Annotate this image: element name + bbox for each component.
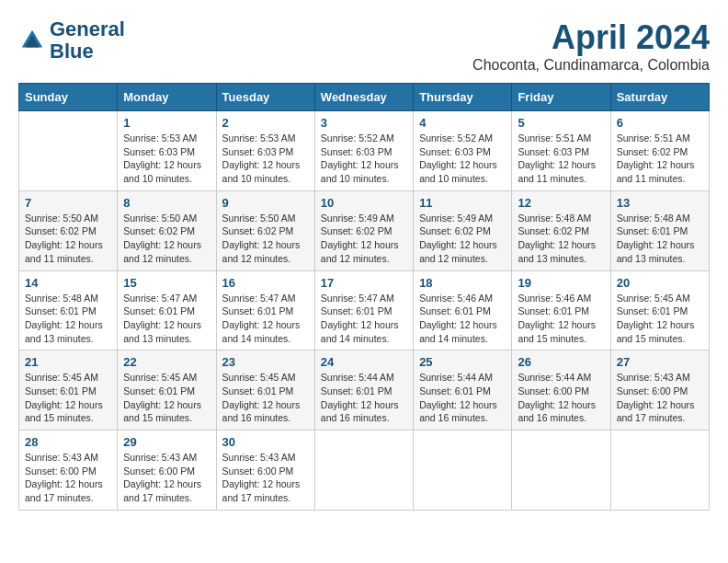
day-cell — [512, 431, 610, 511]
day-cell: 16Sunrise: 5:47 AM Sunset: 6:01 PM Dayli… — [216, 270, 314, 350]
week-row-5: 28Sunrise: 5:43 AM Sunset: 6:00 PM Dayli… — [19, 431, 710, 511]
day-cell — [610, 431, 709, 511]
day-number: 11 — [419, 196, 506, 210]
day-number: 4 — [419, 116, 506, 130]
day-number: 29 — [123, 435, 210, 449]
day-cell: 23Sunrise: 5:45 AM Sunset: 6:01 PM Dayli… — [216, 350, 314, 431]
day-info: Sunrise: 5:49 AM Sunset: 6:02 PM Dayligh… — [419, 212, 506, 266]
day-info: Sunrise: 5:50 AM Sunset: 6:02 PM Dayligh… — [25, 212, 111, 266]
week-row-3: 14Sunrise: 5:48 AM Sunset: 6:01 PM Dayli… — [19, 270, 710, 350]
day-number: 26 — [518, 355, 604, 369]
day-number: 13 — [617, 196, 703, 210]
header-cell-saturday: Saturday — [610, 84, 709, 111]
day-number: 10 — [321, 196, 407, 210]
day-number: 12 — [518, 196, 604, 210]
header-cell-thursday: Thursday — [414, 84, 512, 111]
page-header: General Blue April 2024 Choconta, Cundin… — [18, 18, 710, 74]
header-cell-wednesday: Wednesday — [314, 84, 413, 111]
week-row-2: 7Sunrise: 5:50 AM Sunset: 6:02 PM Daylig… — [19, 190, 710, 270]
day-number: 18 — [419, 276, 506, 290]
header-cell-tuesday: Tuesday — [216, 84, 314, 111]
day-info: Sunrise: 5:44 AM Sunset: 6:01 PM Dayligh… — [321, 371, 407, 425]
day-info: Sunrise: 5:49 AM Sunset: 6:02 PM Dayligh… — [321, 212, 407, 266]
day-info: Sunrise: 5:53 AM Sunset: 6:03 PM Dayligh… — [123, 132, 210, 186]
day-number: 20 — [617, 276, 703, 290]
month-title: April 2024 — [472, 18, 710, 57]
location-subtitle: Choconta, Cundinamarca, Colombia — [472, 57, 710, 74]
day-cell: 4Sunrise: 5:52 AM Sunset: 6:03 PM Daylig… — [414, 111, 512, 191]
day-cell: 25Sunrise: 5:44 AM Sunset: 6:01 PM Dayli… — [414, 350, 512, 431]
logo-text: General Blue — [50, 18, 125, 63]
day-cell: 24Sunrise: 5:44 AM Sunset: 6:01 PM Dayli… — [314, 350, 413, 431]
day-cell: 18Sunrise: 5:46 AM Sunset: 6:01 PM Dayli… — [414, 270, 512, 350]
title-block: April 2024 Choconta, Cundinamarca, Colom… — [472, 18, 710, 74]
day-info: Sunrise: 5:51 AM Sunset: 6:03 PM Dayligh… — [518, 132, 604, 186]
day-cell: 8Sunrise: 5:50 AM Sunset: 6:02 PM Daylig… — [118, 190, 216, 270]
day-number: 27 — [617, 355, 703, 369]
header-cell-sunday: Sunday — [19, 84, 118, 111]
day-cell: 9Sunrise: 5:50 AM Sunset: 6:02 PM Daylig… — [216, 190, 314, 270]
day-number: 15 — [123, 276, 210, 290]
week-row-1: 1Sunrise: 5:53 AM Sunset: 6:03 PM Daylig… — [19, 111, 710, 191]
day-info: Sunrise: 5:45 AM Sunset: 6:01 PM Dayligh… — [123, 371, 210, 425]
day-cell: 12Sunrise: 5:48 AM Sunset: 6:02 PM Dayli… — [512, 190, 610, 270]
day-info: Sunrise: 5:53 AM Sunset: 6:03 PM Dayligh… — [222, 132, 309, 186]
day-number: 30 — [222, 435, 309, 449]
day-info: Sunrise: 5:52 AM Sunset: 6:03 PM Dayligh… — [419, 132, 506, 186]
day-cell: 29Sunrise: 5:43 AM Sunset: 6:00 PM Dayli… — [118, 431, 216, 511]
day-cell: 13Sunrise: 5:48 AM Sunset: 6:01 PM Dayli… — [610, 190, 709, 270]
day-cell: 10Sunrise: 5:49 AM Sunset: 6:02 PM Dayli… — [314, 190, 413, 270]
day-info: Sunrise: 5:47 AM Sunset: 6:01 PM Dayligh… — [321, 292, 407, 346]
day-cell: 21Sunrise: 5:45 AM Sunset: 6:01 PM Dayli… — [19, 350, 118, 431]
day-info: Sunrise: 5:47 AM Sunset: 6:01 PM Dayligh… — [123, 292, 210, 346]
day-cell — [19, 111, 118, 191]
day-number: 19 — [518, 276, 604, 290]
day-info: Sunrise: 5:45 AM Sunset: 6:01 PM Dayligh… — [222, 371, 309, 425]
day-number: 22 — [123, 355, 210, 369]
day-cell: 2Sunrise: 5:53 AM Sunset: 6:03 PM Daylig… — [216, 111, 314, 191]
header-cell-monday: Monday — [118, 84, 216, 111]
day-cell — [314, 431, 413, 511]
logo-line2: Blue — [50, 40, 125, 63]
day-cell: 1Sunrise: 5:53 AM Sunset: 6:03 PM Daylig… — [118, 111, 216, 191]
day-cell: 28Sunrise: 5:43 AM Sunset: 6:00 PM Dayli… — [19, 431, 118, 511]
day-info: Sunrise: 5:45 AM Sunset: 6:01 PM Dayligh… — [617, 292, 703, 346]
day-number: 8 — [123, 196, 210, 210]
day-cell: 17Sunrise: 5:47 AM Sunset: 6:01 PM Dayli… — [314, 270, 413, 350]
day-number: 9 — [222, 196, 309, 210]
day-cell: 27Sunrise: 5:43 AM Sunset: 6:00 PM Dayli… — [610, 350, 709, 431]
day-info: Sunrise: 5:50 AM Sunset: 6:02 PM Dayligh… — [222, 212, 309, 266]
day-cell: 3Sunrise: 5:52 AM Sunset: 6:03 PM Daylig… — [314, 111, 413, 191]
day-info: Sunrise: 5:50 AM Sunset: 6:02 PM Dayligh… — [123, 212, 210, 266]
logo-line1: General — [50, 18, 125, 40]
day-number: 14 — [25, 276, 111, 290]
day-cell: 22Sunrise: 5:45 AM Sunset: 6:01 PM Dayli… — [118, 350, 216, 431]
day-cell: 6Sunrise: 5:51 AM Sunset: 6:02 PM Daylig… — [610, 111, 709, 191]
day-info: Sunrise: 5:43 AM Sunset: 6:00 PM Dayligh… — [222, 451, 309, 505]
day-number: 5 — [518, 116, 604, 130]
day-number: 7 — [25, 196, 111, 210]
calendar-table: SundayMondayTuesdayWednesdayThursdayFrid… — [18, 83, 710, 511]
day-info: Sunrise: 5:44 AM Sunset: 6:00 PM Dayligh… — [518, 371, 604, 425]
day-number: 28 — [25, 435, 111, 449]
day-cell: 26Sunrise: 5:44 AM Sunset: 6:00 PM Dayli… — [512, 350, 610, 431]
calendar-body: 1Sunrise: 5:53 AM Sunset: 6:03 PM Daylig… — [19, 111, 710, 511]
day-number: 17 — [321, 276, 407, 290]
logo-icon — [18, 27, 46, 54]
header-row: SundayMondayTuesdayWednesdayThursdayFrid… — [19, 84, 710, 111]
day-info: Sunrise: 5:43 AM Sunset: 6:00 PM Dayligh… — [25, 451, 111, 505]
day-info: Sunrise: 5:51 AM Sunset: 6:02 PM Dayligh… — [617, 132, 703, 186]
day-number: 24 — [321, 355, 407, 369]
day-info: Sunrise: 5:52 AM Sunset: 6:03 PM Dayligh… — [321, 132, 407, 186]
header-cell-friday: Friday — [512, 84, 610, 111]
logo: General Blue — [18, 18, 125, 63]
week-row-4: 21Sunrise: 5:45 AM Sunset: 6:01 PM Dayli… — [19, 350, 710, 431]
day-number: 25 — [419, 355, 506, 369]
day-cell: 5Sunrise: 5:51 AM Sunset: 6:03 PM Daylig… — [512, 111, 610, 191]
day-cell: 30Sunrise: 5:43 AM Sunset: 6:00 PM Dayli… — [216, 431, 314, 511]
day-info: Sunrise: 5:46 AM Sunset: 6:01 PM Dayligh… — [518, 292, 604, 346]
day-cell: 20Sunrise: 5:45 AM Sunset: 6:01 PM Dayli… — [610, 270, 709, 350]
day-number: 23 — [222, 355, 309, 369]
day-number: 21 — [25, 355, 111, 369]
day-info: Sunrise: 5:47 AM Sunset: 6:01 PM Dayligh… — [222, 292, 309, 346]
